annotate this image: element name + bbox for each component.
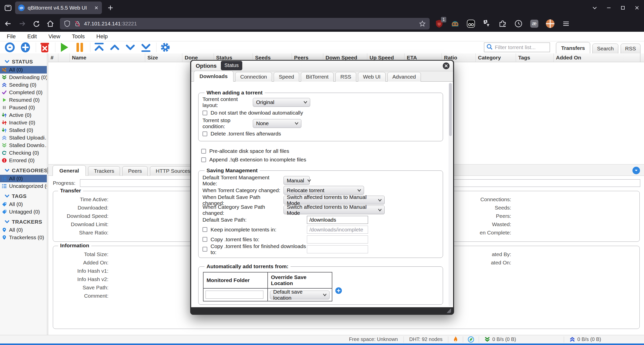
shield-icon[interactable]: [64, 20, 70, 27]
dialog-scrollbar-thumb[interactable]: [449, 83, 452, 136]
sidebar-section-header[interactable]: TRACKERS: [0, 218, 47, 226]
filter-torrent-input[interactable]: [495, 44, 563, 50]
menu-help[interactable]: Help: [91, 33, 113, 40]
window-maximize-button[interactable]: [616, 1, 630, 15]
ae-extension-icon[interactable]: æ: [530, 19, 539, 28]
view-tab-transfers[interactable]: Transfers: [556, 42, 590, 54]
stop-condition-select[interactable]: None: [253, 119, 301, 128]
menu-tools[interactable]: Tools: [66, 33, 91, 40]
sidebar-item[interactable]: Paused (0): [0, 104, 47, 111]
sidebar-section-header[interactable]: STATUS: [0, 57, 47, 66]
copy-torrent-checkbox[interactable]: [203, 237, 207, 242]
options-tab-bittorrent[interactable]: BitTorrent: [301, 72, 334, 82]
window-close-button[interactable]: [630, 1, 644, 15]
move-top-icon[interactable]: [93, 42, 105, 53]
content-layout-select[interactable]: Original: [253, 98, 310, 107]
sidebar-item[interactable]: Active (0): [0, 111, 47, 119]
options-tab-web-ui[interactable]: Web UI: [358, 72, 386, 82]
sidebar-item[interactable]: Stalled Downlo…: [0, 142, 47, 149]
column-header[interactable]: Added On: [554, 53, 640, 62]
options-tab-speed[interactable]: Speed: [274, 72, 299, 82]
menu-edit[interactable]: Edit: [21, 33, 43, 40]
sidebar-item[interactable]: All (0): [0, 200, 47, 208]
list-tabs-chevron-icon[interactable]: [588, 1, 602, 15]
options-tab-advanced[interactable]: Advanced: [387, 72, 421, 82]
sidebar-item[interactable]: Inactive (0): [0, 119, 47, 126]
panel-tab-http-sources[interactable]: HTTP Sources: [150, 166, 196, 176]
view-tab-search[interactable]: Search: [592, 44, 618, 54]
insecure-lock-icon[interactable]: [74, 20, 81, 27]
sidebar-item[interactable]: Errored (0): [0, 157, 47, 164]
app-menu-hamburger-icon[interactable]: [561, 19, 571, 28]
category-changed-select[interactable]: Relocate torrent: [284, 186, 364, 195]
profile-avatar[interactable]: [546, 19, 555, 28]
move-up-icon[interactable]: [109, 42, 120, 53]
dialog-resize-grip[interactable]: [447, 308, 451, 313]
bookmark-star-icon[interactable]: [419, 20, 426, 27]
column-header[interactable]: Size: [145, 53, 182, 62]
sidebar-item[interactable]: Resumed (0): [0, 96, 47, 104]
default-path-changed-select[interactable]: Switch affected torrents to Manual Mode: [284, 196, 385, 204]
column-header[interactable]: Name: [70, 53, 145, 62]
goggles-extension-icon[interactable]: [451, 19, 460, 28]
resume-icon[interactable]: [58, 42, 70, 53]
reload-icon[interactable]: [30, 18, 42, 30]
column-header[interactable]: #: [48, 53, 58, 62]
delete-torrent-icon[interactable]: [39, 42, 51, 53]
dialog-scrollbar[interactable]: [449, 83, 452, 306]
options-gear-icon[interactable]: [159, 42, 171, 53]
browser-tab[interactable]: qb qBittorrent v4.5.5 Web UI: [15, 2, 102, 14]
no-autostart-checkbox[interactable]: [203, 111, 207, 115]
sidebar-item[interactable]: Completed (0): [0, 89, 47, 96]
panel-collapse-button[interactable]: [632, 167, 640, 174]
column-header[interactable]: Category: [476, 53, 516, 62]
category-path-changed-select[interactable]: Switch affected torrents to Manual Mode: [284, 205, 385, 214]
sidebar-item[interactable]: All (0): [0, 175, 47, 182]
copy-finished-checkbox[interactable]: [203, 247, 207, 252]
home-icon[interactable]: [44, 18, 56, 30]
back-icon[interactable]: [2, 18, 14, 30]
copy-finished-path-input[interactable]: [307, 245, 368, 253]
column-header[interactable]: [58, 53, 70, 62]
sidebar-item[interactable]: Stalled (0): [0, 126, 47, 134]
sidebar-item[interactable]: Untagged (0): [0, 208, 47, 216]
mgmt-mode-select[interactable]: Manual: [284, 176, 310, 185]
window-minimize-button[interactable]: [602, 1, 616, 15]
incomplete-path-input[interactable]: [307, 226, 368, 234]
forward-icon[interactable]: [16, 18, 28, 30]
add-torrent-file-icon[interactable]: [20, 42, 31, 53]
options-tab-connection[interactable]: Connection: [235, 72, 272, 82]
history-clock-icon[interactable]: [514, 19, 523, 28]
url-bar[interactable]: 47.101.214.141:32221: [60, 18, 430, 29]
sidebar-item[interactable]: Downloading (0): [0, 74, 47, 81]
menu-view[interactable]: View: [43, 33, 66, 40]
move-bottom-icon[interactable]: [140, 42, 152, 53]
column-header[interactable]: Tags: [516, 53, 554, 62]
sidebar-item[interactable]: Trackerless (0): [0, 234, 47, 241]
ublock-shield-icon[interactable]: 1: [435, 19, 444, 28]
move-down-icon[interactable]: [125, 42, 136, 53]
sidebar-item[interactable]: All (0): [0, 66, 47, 74]
sidebar-item[interactable]: Seeding (0): [0, 81, 47, 89]
sidebar-item[interactable]: Checking (0): [0, 149, 47, 157]
keep-incomplete-checkbox[interactable]: [203, 227, 207, 232]
sidebar-item[interactable]: Stalled Uploadi…: [0, 134, 47, 142]
dark-box-extension-icon[interactable]: [466, 19, 475, 28]
panel-tab-general[interactable]: General: [53, 165, 86, 176]
view-tab-rss[interactable]: RSS: [621, 44, 640, 54]
monitored-folder-input[interactable]: [206, 291, 263, 299]
sidebar-section-header[interactable]: CATEGORIES: [0, 166, 47, 175]
override-save-select[interactable]: Default save location: [270, 291, 330, 299]
add-monitored-folder-icon[interactable]: [335, 287, 342, 294]
add-torrent-link-icon[interactable]: [4, 42, 16, 53]
panel-tab-peers[interactable]: Peers: [122, 166, 148, 176]
copy-torrent-path-input[interactable]: [307, 235, 368, 244]
options-tab-downloads[interactable]: Downloads: [194, 71, 233, 82]
menu-file[interactable]: File: [1, 33, 21, 40]
sidebar-section-header[interactable]: TAGS: [0, 192, 47, 200]
panel-tab-trackers[interactable]: Trackers: [88, 166, 120, 176]
translate-extension-icon[interactable]: [482, 19, 491, 28]
dialog-close-icon[interactable]: [443, 62, 450, 69]
new-tab-button[interactable]: [105, 2, 116, 13]
delete-torrent-checkbox[interactable]: [203, 131, 207, 136]
